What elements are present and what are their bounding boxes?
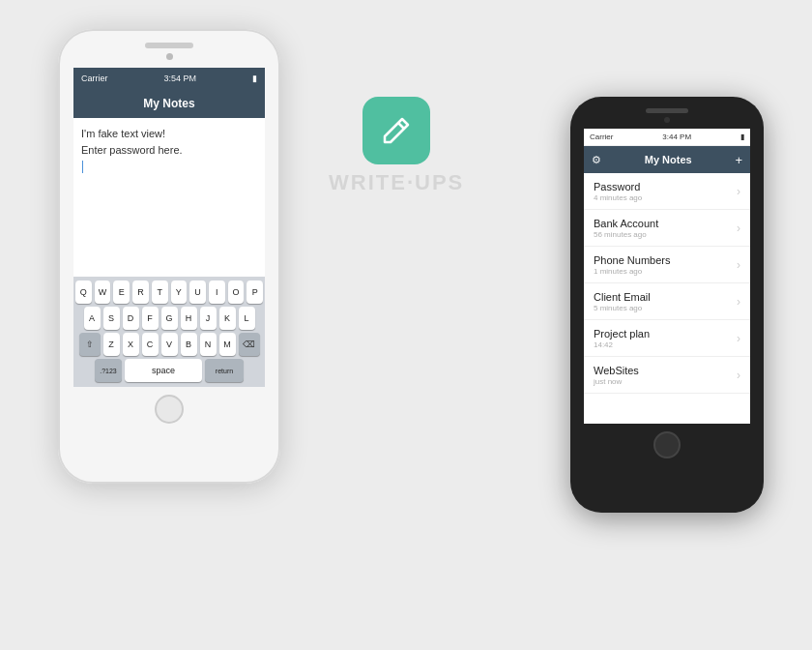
screen-black: Carrier 3:44 PM ▮ ⚙ My Notes + Password … [584,129,750,424]
key-j[interactable]: J [200,307,217,330]
screen-white: Carrier 3:54 PM ▮ My Notes I'm fake text… [73,68,265,387]
speaker-top-white [145,43,193,48]
key-backspace[interactable]: ⌫ [239,333,260,356]
key-y[interactable]: Y [171,281,188,304]
note-item-password[interactable]: Password 4 minutes ago › [584,173,750,210]
camera-black [664,117,670,123]
home-button-black[interactable] [653,431,681,458]
time-white: 3:54 PM [163,74,196,83]
key-e[interactable]: E [113,281,130,304]
key-l[interactable]: L [239,307,255,330]
keyboard-white: Q W E R T Y U I O P A S D F G H [73,277,265,387]
plus-icon[interactable]: + [735,154,742,166]
key-z[interactable]: Z [103,333,120,356]
key-p[interactable]: P [246,281,263,304]
nav-title-white: My Notes [143,97,194,110]
note-title-websites: WebSites [594,365,733,376]
text-line1: I'm fake text view! [81,126,257,142]
key-v[interactable]: V [161,333,178,356]
key-return[interactable]: return [205,359,244,382]
scene: Carrier 3:54 PM ▮ My Notes I'm fake text… [0,0,812,650]
note-title-phone: Phone Numbers [594,254,733,266]
key-space[interactable]: space [125,359,202,382]
gear-icon[interactable]: ⚙ [592,154,601,166]
home-button-white[interactable] [155,395,184,424]
note-title-password: Password [594,181,733,192]
key-b[interactable]: B [181,333,197,356]
note-title-project: Project plan [594,328,733,340]
keyboard-row-bottom: .?123 space return [75,359,263,382]
battery-white: ▮ [252,74,257,83]
note-item-content-bank: Bank Account 56 minutes ago [594,218,733,239]
cursor-line [81,158,257,174]
key-a[interactable]: A [84,307,101,330]
note-time-phone: 1 minutes ago [594,267,733,276]
phone-white: Carrier 3:54 PM ▮ My Notes I'm fake text… [58,29,280,484]
note-item-project-plan[interactable]: Project plan 14:42 › [584,320,750,357]
note-item-content-phone: Phone Numbers 1 minutes ago [594,254,733,276]
carrier-black: Carrier [590,133,613,141]
note-item-content-email: Client Email 5 minutes ago [594,291,733,312]
key-m[interactable]: M [219,333,236,356]
note-time-project: 14:42 [594,340,733,349]
key-i[interactable]: I [209,281,225,304]
key-h[interactable]: H [181,307,197,330]
key-o[interactable]: O [228,281,245,304]
note-item-bank-account[interactable]: Bank Account 56 minutes ago › [584,210,750,247]
keyboard-row-2: A S D F G H J K L [75,307,263,330]
note-title-bank: Bank Account [594,218,733,229]
battery-black: ▮ [740,133,744,141]
key-s[interactable]: S [103,307,120,330]
chevron-right-icon-project: › [737,332,740,345]
pencil-icon [379,113,414,148]
note-item-content-project: Project plan 14:42 [594,328,733,349]
chevron-right-icon-websites: › [737,369,740,382]
key-g[interactable]: G [161,307,178,330]
text-cursor [82,161,83,173]
chevron-right-icon-password: › [737,185,740,198]
key-x[interactable]: X [123,333,139,356]
nav-bar-black: ⚙ My Notes + [584,146,750,173]
note-item-websites[interactable]: WebSites just now › [584,357,750,394]
speaker-top-black [646,108,688,113]
keyboard-row-1: Q W E R T Y U I O P [75,281,263,304]
chevron-right-icon-email: › [737,295,740,309]
key-r[interactable]: R [132,281,149,304]
chevron-right-icon-phone: › [737,258,740,272]
key-k[interactable]: K [219,307,236,330]
phone-black: Carrier 3:44 PM ▮ ⚙ My Notes + Password … [570,97,764,513]
note-item-content-websites: WebSites just now [594,365,733,386]
key-shift[interactable]: ⇧ [79,333,101,356]
note-time-websites: just now [594,377,733,386]
note-item-content-password: Password 4 minutes ago [594,181,733,202]
key-t[interactable]: T [152,281,168,304]
note-time-bank: 56 minutes ago [594,230,733,239]
keyboard-row-3: ⇧ Z X C V B N M ⌫ [75,333,263,356]
camera-white [166,53,173,60]
carrier-white: Carrier [81,74,108,83]
note-time-password: 4 minutes ago [594,193,733,202]
key-w[interactable]: W [95,281,111,304]
note-item-client-email[interactable]: Client Email 5 minutes ago › [584,283,750,320]
key-n[interactable]: N [200,333,217,356]
chevron-right-icon-bank: › [737,222,740,235]
key-u[interactable]: U [189,281,206,304]
key-q[interactable]: Q [75,281,92,304]
notes-list: Password 4 minutes ago › Bank Account 56… [584,173,750,394]
nav-bar-white: My Notes [73,89,265,118]
status-bar-white: Carrier 3:54 PM ▮ [73,68,265,89]
text-line2: Enter password here. [81,142,257,159]
note-title-email: Client Email [594,291,733,303]
status-bar-black: Carrier 3:44 PM ▮ [584,129,750,146]
time-black: 3:44 PM [662,133,691,141]
app-name-ghost: WRITE·UPS [329,170,464,195]
nav-title-black: My Notes [601,154,735,165]
key-c[interactable]: C [142,333,159,356]
app-icon[interactable] [362,97,430,164]
key-f[interactable]: F [142,307,159,330]
note-time-email: 5 minutes ago [594,304,733,312]
note-item-phone-numbers[interactable]: Phone Numbers 1 minutes ago › [584,247,750,283]
key-d[interactable]: D [123,307,139,330]
key-special[interactable]: .?123 [95,359,122,382]
text-area-white[interactable]: I'm fake text view! Enter password here. [73,118,265,277]
